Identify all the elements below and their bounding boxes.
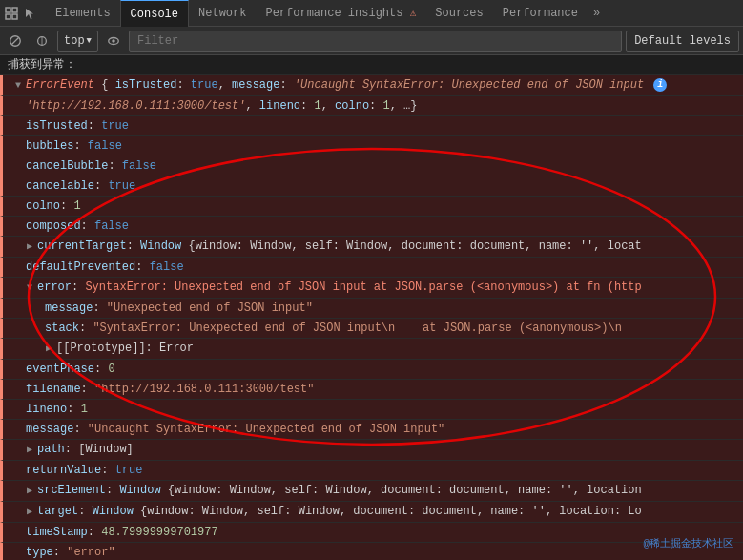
expand-icon[interactable] xyxy=(46,342,52,355)
expand-icon[interactable] xyxy=(15,78,21,92)
svg-line-5 xyxy=(12,37,19,44)
list-item: [[Prototype]]: Error xyxy=(0,339,743,360)
svg-rect-1 xyxy=(12,8,17,12)
list-item: defaultPrevented: false xyxy=(0,258,743,278)
expand-icon[interactable] xyxy=(27,443,32,456)
list-item: path: [Window] xyxy=(0,440,743,461)
list-item: target: Window {window: Window, self: Wi… xyxy=(0,502,743,523)
context-selector[interactable]: top ▼ xyxy=(57,31,98,52)
console-content: 捕获到异常： ErrorEvent { isTrusted: true, mes… xyxy=(0,55,743,560)
default-levels-button[interactable]: Default levels xyxy=(626,31,739,52)
list-item: 捕获到异常： xyxy=(0,55,743,75)
console-wrapper: 捕获到异常： ErrorEvent { isTrusted: true, mes… xyxy=(0,55,743,560)
list-item: stack: "SyntaxError: Unexpected end of J… xyxy=(0,319,743,339)
eye-icon[interactable] xyxy=(102,30,125,52)
tab-overflow[interactable]: » xyxy=(588,7,606,20)
filter-toggle-button[interactable] xyxy=(31,30,53,52)
svg-rect-3 xyxy=(12,14,17,19)
inspect-icon[interactable] xyxy=(4,6,19,21)
list-item: ErrorEvent { isTrusted: true, message: '… xyxy=(0,75,743,96)
list-item: returnValue: true xyxy=(0,461,743,481)
tab-console[interactable]: Console xyxy=(120,0,189,27)
toolbar: top ▼ Default levels xyxy=(0,27,743,55)
tab-network[interactable]: Network xyxy=(189,0,256,27)
tab-performance-insights[interactable]: Performance insights ⚠ xyxy=(256,0,425,27)
list-item: lineno: 1 xyxy=(0,400,743,420)
tab-elements[interactable]: Elements xyxy=(46,0,120,27)
list-item: currentTarget: Window {window: Window, s… xyxy=(0,237,743,258)
list-item: message: "Uncaught SyntaxError: Unexpect… xyxy=(0,420,743,440)
expand-icon[interactable] xyxy=(27,505,32,518)
svg-rect-2 xyxy=(6,14,10,19)
list-item: bubbles: false xyxy=(0,136,743,156)
list-item: message: "Unexpected end of JSON input" xyxy=(0,299,743,319)
list-item: filename: "http://192.168.0.111:3000/tes… xyxy=(0,380,743,400)
expand-icon[interactable] xyxy=(27,239,32,253)
list-item: composed: false xyxy=(0,217,743,237)
list-item: colno: 1 xyxy=(0,197,743,217)
list-item: isTrusted: true xyxy=(0,116,743,136)
tab-performance[interactable]: Performance xyxy=(493,0,588,27)
chevron-down-icon: ▼ xyxy=(87,36,92,46)
cursor-icon[interactable] xyxy=(23,6,38,21)
tab-bar: Elements Console Network Performance ins… xyxy=(0,0,743,27)
list-item: type: "error" xyxy=(0,543,743,560)
list-item: 'http://192.168.0.111:3000/test', lineno… xyxy=(0,96,743,116)
svg-point-9 xyxy=(112,39,115,43)
tab-sources[interactable]: Sources xyxy=(425,0,492,27)
info-icon[interactable]: i xyxy=(653,78,667,92)
expand-icon[interactable] xyxy=(27,280,32,294)
list-item: eventPhase: 0 xyxy=(0,360,743,380)
clear-console-button[interactable] xyxy=(4,30,27,52)
context-label: top xyxy=(64,34,85,48)
filter-input[interactable] xyxy=(129,31,622,52)
exception-label: 捕获到异常： xyxy=(8,56,739,73)
svg-rect-0 xyxy=(6,8,10,12)
list-item: srcElement: Window {window: Window, self… xyxy=(0,481,743,502)
list-item: cancelable: true xyxy=(0,176,743,197)
watermark: @稀土掘金技术社区 xyxy=(643,536,733,550)
list-item: error: SyntaxError: Unexpected end of JS… xyxy=(0,278,743,299)
expand-icon[interactable] xyxy=(27,484,32,497)
list-item: timeStamp: 48.79999999701977 xyxy=(0,523,743,543)
devtools-icons xyxy=(4,6,38,21)
list-item: cancelBubble: false xyxy=(0,156,743,176)
